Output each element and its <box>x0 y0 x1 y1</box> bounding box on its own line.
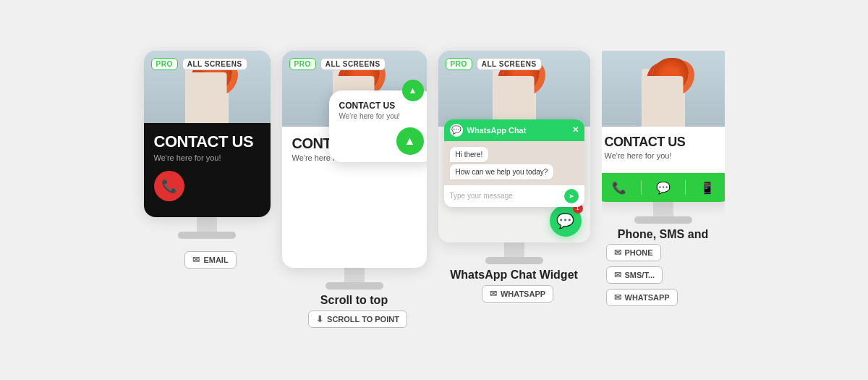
scroll-widget-sub: We're here for you! <box>339 112 424 120</box>
card-4-tags: ✉ PHONE ✉ SMS/T... ✉ WHATSAPP <box>602 242 725 308</box>
card-4-image <box>602 51 725 127</box>
card-1-neck <box>197 217 217 232</box>
wa-float-btn[interactable]: 💬 1 <box>550 205 582 237</box>
wa-input-row: Type your message ➤ <box>444 185 584 207</box>
card-4-outer: CONTACT US We're here for you! 📞 💬 📱 Pho… <box>602 51 725 308</box>
tag-wa-label-3: WHATSAPP <box>501 290 545 298</box>
wa-send-btn[interactable]: ➤ <box>564 189 579 203</box>
badge-screens-3: ALL SCREENS <box>477 58 542 70</box>
card-4-neck <box>653 202 673 216</box>
wa-messages: Hi there! How can we help you today? <box>444 141 584 185</box>
card-3-outer: PRO ALL SCREENS 💬 <box>438 51 590 305</box>
tag-email-label-1: EMAIL <box>203 256 228 264</box>
wa-input-placeholder[interactable]: Type your message <box>450 192 560 200</box>
card-3-badges: PRO ALL SCREENS <box>446 58 542 70</box>
card-3-stand <box>485 242 543 264</box>
card-2-outer: PRO ALL SCREENS CONTACT US We're here fo… <box>282 51 427 330</box>
phone-bar-sms[interactable]: 💬 <box>656 181 671 195</box>
card-2-badges: PRO ALL SCREENS <box>289 58 386 70</box>
card-2-inner: PRO ALL SCREENS CONTACT US We're here fo… <box>282 51 427 178</box>
card-2-stand <box>326 268 383 290</box>
badge-pro-2: PRO <box>289 58 316 70</box>
phone-bar-wa[interactable]: 📱 <box>700 181 715 195</box>
tag-scroll-label-2: SCROLL TO POINT <box>327 315 399 324</box>
wa-close-btn[interactable]: ✕ <box>572 125 579 135</box>
card-3-neck <box>504 242 524 257</box>
tag-phone-4[interactable]: ✉ PHONE <box>606 244 661 261</box>
wa-icon-3: ✉ <box>490 289 497 299</box>
card-3-foot <box>485 257 543 264</box>
flower-arm-4 <box>602 51 725 127</box>
phone-icon-1: 📞 <box>161 178 177 194</box>
sms-icon-4: ✉ <box>614 270 621 280</box>
card-2-body: CONTACT US We're here for you! ▲ CONTACT… <box>282 127 427 178</box>
email-icon-1: ✉ <box>192 255 200 265</box>
tag-sms-label-4: SMS/T... <box>625 271 655 279</box>
card-1-tags: ✉ EMAIL <box>171 249 242 271</box>
tag-whatsapp-label-4: WHATSAPP <box>625 293 670 302</box>
wa-header-left: 💬 WhatsApp Chat <box>450 124 527 137</box>
card-4-body: CONTACT US We're here for you! <box>602 127 725 174</box>
scroll-widget: ▲ CONTACT US We're here for you! ▲ <box>329 90 427 162</box>
card-4-label: Phone, SMS and <box>608 224 718 242</box>
card-1-outer: PRO ALL SCREENS CONTACT US We're here fo… <box>144 51 271 271</box>
phone-bar-phone[interactable]: 📞 <box>612 181 626 195</box>
scroll-widget-up-btn[interactable]: ▲ <box>402 80 424 101</box>
card-2-tags: ⬇ SCROLL TO POINT <box>295 308 413 330</box>
card-3-inner: PRO ALL SCREENS 💬 <box>438 51 590 242</box>
card-1-body: CONTACT US We're here for you! 📞 <box>144 123 271 217</box>
whatsapp-icon-4: ✉ <box>614 292 621 303</box>
card-4-title: CONTACT US <box>605 135 722 150</box>
card-1-stand <box>178 217 236 239</box>
tag-wa-3[interactable]: ✉ WHATSAPP <box>482 285 553 303</box>
card-4-foot <box>634 216 692 224</box>
arm-shape-1 <box>187 72 227 123</box>
card-1-bottom <box>197 239 217 249</box>
card-4-inner: CONTACT US We're here for you! 📞 💬 📱 <box>602 51 725 203</box>
wa-bubble-2: How can we help you today? <box>450 164 554 180</box>
badge-screens-1: ALL SCREENS <box>182 58 247 70</box>
badge-pro-3: PRO <box>446 58 472 70</box>
spacer-1 <box>154 201 260 207</box>
card-1-phone-btn[interactable]: 📞 <box>154 171 184 201</box>
cards-container: PRO ALL SCREENS CONTACT US We're here fo… <box>0 36 868 345</box>
scroll-widget-title: CONTACT US <box>339 101 424 111</box>
spacer-2 <box>292 162 417 169</box>
tag-scroll-2[interactable]: ⬇ SCROLL TO POINT <box>308 311 407 328</box>
tag-phone-label-4: PHONE <box>625 248 653 257</box>
badge-pro-1: PRO <box>151 58 178 70</box>
card-3-screen: PRO ALL SCREENS 💬 <box>438 51 590 242</box>
scroll-icon-2: ⬇ <box>316 314 323 324</box>
card-1-subtitle: We're here for you! <box>154 153 260 162</box>
wa-bubble-1: Hi there! <box>450 147 489 162</box>
card-1-title: CONTACT US <box>154 133 260 151</box>
card-4-subtitle: We're here for you! <box>605 151 722 160</box>
phone-bar-div-2 <box>685 180 686 195</box>
phone-icon-4: ✉ <box>614 248 621 258</box>
card-4-phone-bar: 📞 💬 📱 <box>602 173 725 202</box>
card-3-tags: ✉ WHATSAPP <box>469 283 559 305</box>
card-2-foot <box>326 282 383 290</box>
wa-header-text: WhatsApp Chat <box>467 126 527 135</box>
arm-shape-4 <box>643 76 683 127</box>
card-1-badges: PRO ALL SCREENS <box>151 58 247 70</box>
wa-widget: 💬 WhatsApp Chat ✕ Hi there! How can we h… <box>444 119 584 207</box>
card-2-screen: PRO ALL SCREENS CONTACT US We're here fo… <box>282 51 427 268</box>
card-3-label: WhatsApp Chat Widget <box>440 264 588 283</box>
tag-sms-4[interactable]: ✉ SMS/T... <box>606 266 663 284</box>
phone-bar-div-1 <box>641 180 642 195</box>
card-4-screen: CONTACT US We're here for you! 📞 💬 📱 <box>602 51 725 203</box>
wa-widget-header: 💬 WhatsApp Chat ✕ <box>444 119 584 141</box>
card-2-neck <box>344 268 365 282</box>
badge-screens-2: ALL SCREENS <box>320 58 386 70</box>
tag-whatsapp-4[interactable]: ✉ WHATSAPP <box>606 289 678 306</box>
card-4-stand <box>634 202 692 224</box>
wa-logo: 💬 <box>450 124 463 137</box>
tag-email-1[interactable]: ✉ EMAIL <box>184 251 236 269</box>
card-2-label: Scroll to top <box>310 290 398 308</box>
card-1-screen: PRO ALL SCREENS CONTACT US We're here fo… <box>144 51 271 217</box>
spacer-4 <box>605 160 722 164</box>
card-3-body: 💬 WhatsApp Chat ✕ Hi there! How can we h… <box>438 127 590 242</box>
card-1-foot <box>178 232 236 239</box>
scroll-widget-down-btn[interactable]: ▲ <box>396 127 424 155</box>
